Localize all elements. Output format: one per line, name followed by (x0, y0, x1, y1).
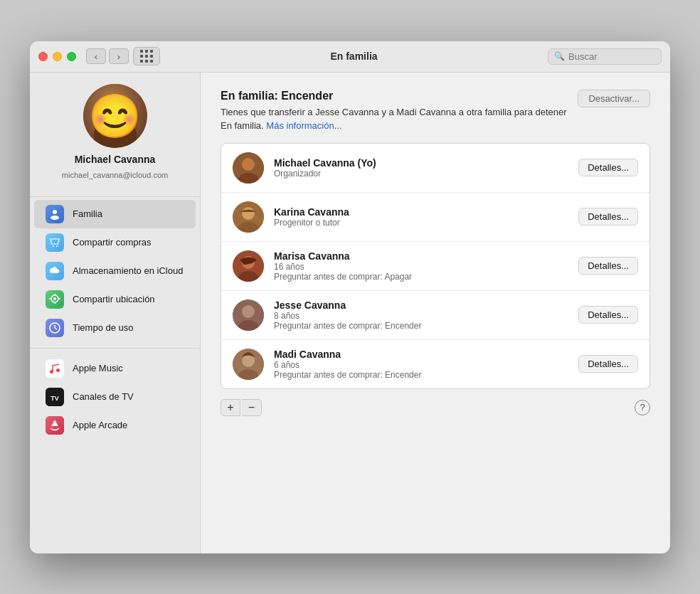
member-info-karina: Karina Cavanna Progenitor o tutor (274, 206, 568, 228)
traffic-lights (38, 52, 76, 61)
table-row: Michael Cavanna (Yo) Organizador Detalle… (221, 144, 649, 193)
avatar (83, 84, 147, 148)
compras-icon (46, 233, 64, 252)
svg-point-3 (56, 245, 58, 247)
member-ask: Preguntar antes de comprar: Encender (274, 370, 568, 380)
detalles-button-marisa[interactable]: Detalles... (578, 257, 638, 275)
svg-point-15 (56, 368, 60, 372)
add-member-button[interactable]: + (221, 399, 240, 416)
member-name: Michael Cavanna (Yo) (274, 157, 568, 169)
member-role: 16 años (274, 262, 568, 272)
title-bar: ‹ › En familia 🔍 (30, 41, 670, 73)
familia-header: En familia: Encender Tienes que transfer… (221, 90, 650, 133)
svg-point-0 (53, 210, 57, 214)
sidebar-divider-top (30, 196, 200, 197)
remove-member-button[interactable]: − (242, 399, 262, 416)
detalles-button-madi[interactable]: Detalles... (578, 355, 638, 373)
forward-button[interactable]: › (109, 48, 129, 64)
member-info-madi: Madi Cavanna 6 años Preguntar antes de c… (274, 349, 568, 380)
member-role: Progenitor o tutor (274, 218, 568, 228)
sidebar: Michael Cavanna michael_cavanna@icloud.c… (30, 73, 201, 553)
window-title: En familia (160, 51, 548, 62)
right-content: En familia: Encender Tienes que transfer… (201, 73, 670, 553)
member-ask: Preguntar antes de comprar: Apagar (274, 272, 568, 282)
table-row: Madi Cavanna 6 años Preguntar antes de c… (221, 340, 649, 388)
search-icon: 🔍 (554, 51, 565, 61)
sidebar-item-music[interactable]: Apple Music (34, 354, 196, 383)
member-avatar-karina (233, 201, 264, 233)
sidebar-item-icloud[interactable]: Almacenamiento en iCloud (34, 257, 196, 285)
desactivar-button[interactable]: Desactivar... (578, 90, 650, 107)
music-icon (46, 359, 64, 378)
familia-description: Tienes que transferir a Jesse Cavanna y … (221, 105, 578, 133)
detalles-button-michael[interactable]: Detalles... (578, 159, 638, 176)
svg-point-1 (51, 216, 59, 220)
tv-icon: TV (46, 388, 64, 406)
svg-rect-13 (46, 359, 64, 378)
search-box[interactable]: 🔍 (548, 48, 662, 65)
familia-title: En familia: Encender (221, 90, 578, 102)
members-container: Michael Cavanna (Yo) Organizador Detalle… (221, 143, 650, 389)
sidebar-item-tv[interactable]: TV Canales de TV (34, 383, 196, 411)
bottom-bar: + − ? (221, 399, 650, 416)
member-name: Marisa Cavanna (274, 250, 568, 262)
tiempo-icon (46, 319, 64, 337)
help-button[interactable]: ? (635, 400, 650, 415)
svg-point-23 (242, 207, 255, 220)
add-remove-controls: + − (221, 399, 262, 416)
mas-info-link[interactable]: Más información... (266, 120, 341, 131)
familia-icon (46, 205, 64, 223)
member-role: Organizador (274, 169, 568, 179)
grid-view-button[interactable] (133, 47, 160, 65)
ubicacion-icon (46, 290, 64, 309)
member-info-michael: Michael Cavanna (Yo) Organizador (274, 157, 568, 179)
detalles-button-jesse[interactable]: Detalles... (578, 306, 638, 324)
sidebar-item-tiempo[interactable]: Tiempo de uso (34, 314, 196, 342)
sidebar-arcade-label: Apple Arcade (73, 420, 127, 430)
svg-point-20 (242, 158, 255, 171)
svg-point-14 (50, 370, 53, 373)
arcade-icon (46, 416, 64, 435)
sidebar-music-label: Apple Music (73, 363, 123, 373)
close-button[interactable] (38, 52, 48, 61)
maximize-button[interactable] (67, 52, 76, 61)
user-email: michael_cavanna@icloud.com (62, 171, 168, 179)
sidebar-tiempo-label: Tiempo de uso (73, 322, 134, 333)
member-name: Madi Cavanna (274, 349, 568, 360)
main-content: Michael Cavanna michael_cavanna@icloud.c… (30, 73, 670, 553)
member-role: 6 años (274, 360, 568, 370)
user-profile: Michael Cavanna michael_cavanna@icloud.c… (30, 84, 200, 193)
sidebar-item-compras[interactable]: Compartir compras (34, 228, 196, 257)
nav-buttons: ‹ › (86, 48, 129, 64)
table-row: Karina Cavanna Progenitor o tutor Detall… (221, 193, 649, 242)
svg-text:TV: TV (51, 395, 59, 402)
member-info-jesse: Jesse Cavanna 8 años Preguntar antes de … (274, 299, 568, 331)
sidebar-item-arcade[interactable]: Apple Arcade (34, 411, 196, 440)
sidebar-compras-label: Compartir compras (73, 237, 152, 248)
member-avatar-michael (233, 152, 264, 184)
member-ask: Preguntar antes de comprar: Encender (274, 321, 568, 331)
sidebar-familia-label: Familia (73, 208, 102, 219)
member-info-marisa: Marisa Cavanna 16 años Preguntar antes d… (274, 250, 568, 282)
table-row: Jesse Cavanna 8 años Preguntar antes de … (221, 291, 649, 340)
member-role: 8 años (274, 311, 568, 321)
sidebar-tv-label: Canales de TV (73, 391, 134, 402)
svg-point-5 (53, 297, 56, 300)
detalles-button-karina[interactable]: Detalles... (578, 208, 638, 226)
icloud-icon (46, 262, 64, 280)
main-window: ‹ › En familia 🔍 Michael Cavanna (30, 41, 670, 553)
sidebar-item-ubicacion[interactable]: Compartir ubicación (34, 285, 196, 314)
sidebar-divider-mid (30, 348, 200, 349)
svg-point-2 (53, 245, 54, 247)
member-name: Jesse Cavanna (274, 299, 568, 311)
grid-icon (140, 50, 154, 63)
member-avatar-jesse (233, 299, 264, 331)
member-avatar-madi (233, 349, 264, 380)
avatar-image (83, 84, 147, 148)
sidebar-icloud-label: Almacenamiento en iCloud (73, 265, 183, 276)
back-button[interactable]: ‹ (86, 48, 106, 64)
sidebar-item-familia[interactable]: Familia (34, 200, 196, 228)
member-name: Karina Cavanna (274, 206, 568, 218)
minimize-button[interactable] (53, 52, 62, 61)
search-input[interactable] (568, 51, 655, 62)
